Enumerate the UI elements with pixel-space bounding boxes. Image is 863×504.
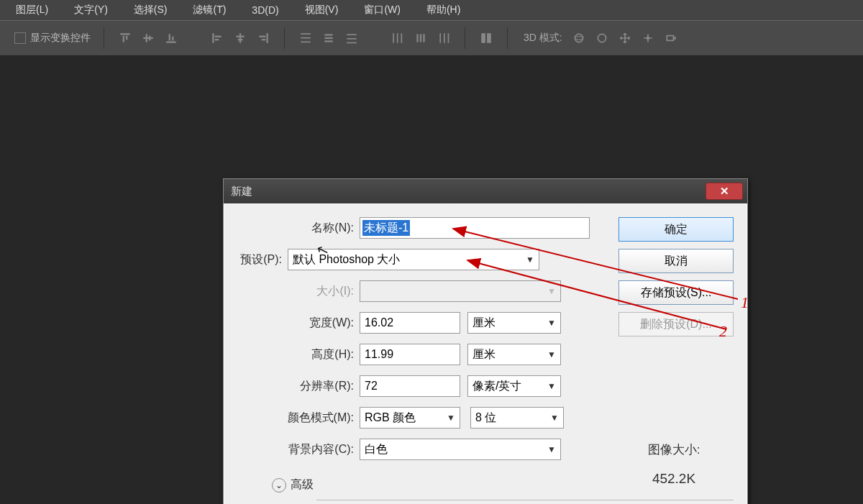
advanced-label: 高级 — [291, 477, 314, 492]
bit-depth-value: 8 位 — [475, 411, 496, 426]
align-top-icon[interactable] — [117, 30, 133, 46]
advanced-divider — [316, 500, 734, 500]
svg-rect-16 — [259, 36, 265, 37]
image-size-label: 图像大小: — [627, 441, 721, 458]
name-input-wrap[interactable]: 未标题-1 — [360, 217, 590, 239]
svg-rect-20 — [301, 42, 311, 43]
mode-3d-icons — [571, 30, 679, 46]
menu-filter[interactable]: 滤镜(T) — [180, 4, 239, 17]
color-mode-combo[interactable]: RGB 颜色 ▼ — [360, 407, 460, 429]
svg-rect-34 — [444, 33, 445, 43]
cancel-button[interactable]: 取消 — [618, 249, 734, 273]
width-unit-combo[interactable]: 厘米 ▼ — [467, 312, 561, 334]
svg-rect-24 — [347, 34, 357, 35]
name-label: 名称(N): — [237, 221, 360, 236]
options-bar: 显示变换控件 3D 模式: — [0, 20, 863, 56]
dialog-titlebar[interactable]: 新建 ✕ — [224, 179, 747, 203]
width-unit-value: 厘米 — [472, 316, 496, 331]
slide-3d-icon[interactable] — [640, 30, 656, 46]
menu-help[interactable]: 帮助(H) — [414, 4, 473, 17]
svg-rect-22 — [324, 37, 332, 39]
dist-top-icon[interactable] — [298, 30, 314, 46]
svg-rect-28 — [397, 33, 398, 43]
preset-value: 默认 Photoshop 大小 — [293, 252, 400, 267]
svg-point-38 — [575, 34, 583, 42]
dist-hcenter-icon[interactable] — [413, 30, 429, 46]
svg-rect-15 — [267, 33, 268, 43]
svg-rect-10 — [215, 36, 222, 37]
auto-align-icon[interactable] — [478, 30, 494, 46]
preset-label: 预设(P): — [194, 252, 288, 267]
menu-window[interactable]: 窗口(W) — [351, 4, 414, 17]
name-input-value: 未标题-1 — [362, 220, 410, 236]
dist-right-icon[interactable] — [436, 30, 452, 46]
annotation-number-2: 2 — [719, 322, 727, 341]
svg-rect-12 — [239, 33, 241, 43]
orbit-3d-icon[interactable] — [571, 30, 587, 46]
svg-rect-3 — [143, 37, 153, 39]
svg-rect-31 — [420, 34, 421, 42]
close-icon: ✕ — [720, 185, 729, 198]
dialog-title: 新建 — [231, 185, 252, 198]
resolution-unit-value: 像素/英寸 — [472, 379, 521, 394]
show-transform-checkbox[interactable]: 显示变换控件 — [14, 32, 91, 45]
width-label: 宽度(W): — [237, 316, 360, 331]
bit-depth-combo[interactable]: 8 位 ▼ — [470, 407, 564, 429]
height-input[interactable] — [360, 344, 460, 365]
bg-content-combo[interactable]: 白色 ▼ — [360, 439, 561, 460]
roll-3d-icon[interactable] — [594, 30, 610, 46]
align-right-icon[interactable] — [255, 30, 271, 46]
menu-select[interactable]: 选择(S) — [121, 4, 181, 17]
close-button[interactable]: ✕ — [706, 183, 743, 200]
dist-vcenter-icon[interactable] — [321, 30, 337, 46]
svg-rect-29 — [401, 33, 403, 43]
chevron-down-icon: ▼ — [547, 444, 556, 454]
svg-rect-26 — [347, 42, 357, 44]
dist-left-icon[interactable] — [390, 30, 406, 46]
svg-rect-25 — [347, 38, 357, 40]
dist-bottom-icon[interactable] — [344, 30, 360, 46]
svg-point-39 — [575, 37, 583, 40]
resolution-unit-combo[interactable]: 像素/英寸 ▼ — [467, 375, 561, 397]
svg-rect-5 — [149, 36, 150, 41]
ok-button[interactable]: 确定 — [618, 217, 734, 242]
svg-rect-27 — [393, 33, 394, 43]
size-label: 大小(I): — [237, 284, 360, 299]
delete-preset-button: 删除预设(D)... — [618, 312, 734, 336]
pan-3d-icon[interactable] — [617, 30, 633, 46]
svg-rect-17 — [262, 39, 266, 40]
align-left-icon[interactable] — [209, 30, 225, 46]
align-hcenter-icon[interactable] — [232, 30, 248, 46]
svg-rect-2 — [126, 36, 127, 40]
align-vcenter-icon[interactable] — [140, 30, 156, 46]
menu-layer[interactable]: 图层(L) — [3, 4, 61, 17]
image-size-block: 图像大小: 452.2K — [627, 441, 721, 487]
svg-rect-21 — [324, 34, 332, 35]
color-mode-value: RGB 颜色 — [365, 411, 416, 426]
chevron-down-icon: ▼ — [547, 286, 556, 296]
height-unit-combo[interactable]: 厘米 ▼ — [467, 344, 561, 365]
image-size-value: 452.2K — [627, 471, 721, 487]
svg-rect-19 — [301, 37, 311, 39]
preset-combo[interactable]: 默认 Photoshop 大小 ▼ — [288, 249, 539, 270]
menu-3d[interactable]: 3D(D) — [239, 4, 291, 16]
width-input[interactable] — [360, 312, 460, 334]
svg-rect-13 — [236, 36, 244, 37]
svg-rect-36 — [481, 33, 485, 43]
svg-point-41 — [646, 37, 649, 40]
menu-text[interactable]: 文字(Y) — [61, 4, 121, 17]
height-label: 高度(H): — [237, 347, 360, 362]
resolution-input[interactable] — [360, 375, 460, 397]
align-group-1 — [117, 30, 179, 46]
menu-view[interactable]: 视图(V) — [292, 4, 352, 17]
svg-rect-6 — [166, 42, 176, 43]
chevron-down-icon: ▼ — [547, 381, 556, 391]
chevron-down-icon: ▼ — [547, 349, 556, 359]
size-combo: ▼ — [360, 280, 561, 302]
save-preset-button[interactable]: 存储预设(S)... — [618, 280, 734, 305]
zoom-3d-icon[interactable] — [663, 30, 679, 46]
svg-rect-8 — [172, 37, 173, 41]
align-bottom-icon[interactable] — [163, 30, 179, 46]
svg-point-40 — [598, 34, 606, 42]
bg-content-value: 白色 — [365, 442, 388, 457]
